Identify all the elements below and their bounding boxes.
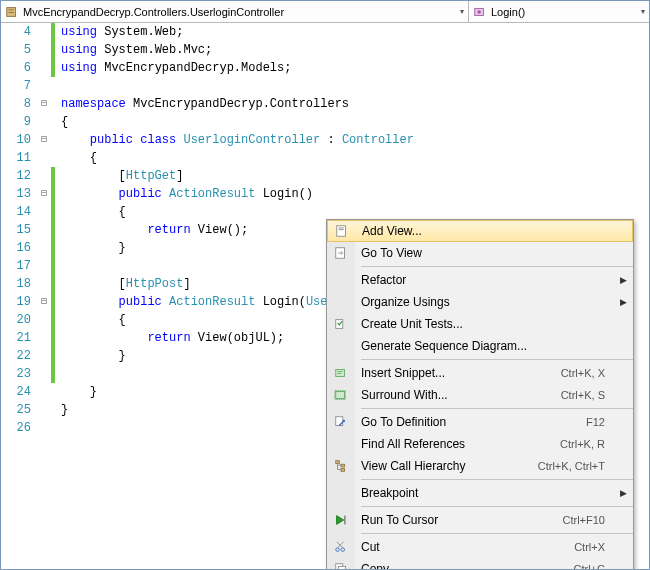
method-name: Login() bbox=[491, 6, 525, 18]
class-icon bbox=[5, 5, 19, 19]
line-number: 11 bbox=[1, 149, 31, 167]
fold-toggle[interactable]: ⊟ bbox=[37, 293, 51, 311]
menu-label: Refactor bbox=[361, 273, 613, 287]
line-number: 8 bbox=[1, 95, 31, 113]
context-menu: Add View...Go To ViewRefactor▶Organize U… bbox=[326, 219, 634, 570]
svg-rect-16 bbox=[336, 461, 340, 464]
menu-shortcut: Ctrl+K, S bbox=[561, 389, 613, 401]
fold-toggle bbox=[37, 59, 51, 77]
svg-rect-19 bbox=[345, 516, 346, 525]
unit-test-icon bbox=[327, 313, 355, 335]
fold-toggle bbox=[37, 311, 51, 329]
menu-label: Generate Sequence Diagram... bbox=[361, 339, 613, 353]
code-line[interactable]: public class UserloginController : Contr… bbox=[61, 131, 649, 149]
fold-column[interactable]: ⊟⊟⊟⊟ bbox=[37, 23, 51, 569]
fold-toggle[interactable]: ⊟ bbox=[37, 185, 51, 203]
menu-label: Surround With... bbox=[361, 388, 561, 402]
add-view-icon bbox=[328, 221, 356, 241]
menu-item-insert-snippet[interactable]: Insert Snippet...Ctrl+K, X bbox=[327, 362, 633, 384]
line-number: 4 bbox=[1, 23, 31, 41]
line-number: 14 bbox=[1, 203, 31, 221]
menu-label: View Call Hierarchy bbox=[361, 459, 538, 473]
navigation-bar: MvcEncrypandDecryp.Controllers.Userlogin… bbox=[1, 1, 649, 23]
code-line[interactable]: namespace MvcEncrypandDecryp.Controllers bbox=[61, 95, 649, 113]
menu-shortcut: Ctrl+F10 bbox=[563, 514, 614, 526]
line-number: 20 bbox=[1, 311, 31, 329]
line-number: 5 bbox=[1, 41, 31, 59]
fold-toggle bbox=[37, 23, 51, 41]
svg-rect-12 bbox=[338, 373, 342, 374]
menu-item-add-view[interactable]: Add View... bbox=[327, 220, 633, 242]
menu-item-generate-sequence-diagram[interactable]: Generate Sequence Diagram... bbox=[327, 335, 633, 357]
code-line[interactable]: using MvcEncrypandDecryp.Models; bbox=[61, 59, 649, 77]
menu-label: Create Unit Tests... bbox=[361, 317, 613, 331]
line-number: 19 bbox=[1, 293, 31, 311]
goto-def-icon bbox=[327, 411, 355, 433]
method-dropdown[interactable]: Login() ▾ bbox=[469, 1, 649, 22]
svg-rect-13 bbox=[336, 392, 345, 399]
fold-toggle[interactable]: ⊟ bbox=[37, 95, 51, 113]
dropdown-arrow-icon: ▾ bbox=[460, 7, 464, 16]
menu-icon-empty bbox=[327, 482, 355, 504]
menu-icon-empty bbox=[327, 269, 355, 291]
menu-item-refactor[interactable]: Refactor▶ bbox=[327, 269, 633, 291]
svg-rect-17 bbox=[341, 464, 345, 467]
line-number: 25 bbox=[1, 401, 31, 419]
submenu-arrow-icon: ▶ bbox=[620, 488, 627, 498]
menu-item-go-to-view[interactable]: Go To View bbox=[327, 242, 633, 264]
code-line[interactable]: [HttpGet] bbox=[61, 167, 649, 185]
fold-toggle bbox=[37, 203, 51, 221]
svg-rect-15 bbox=[336, 417, 343, 426]
code-line[interactable]: public ActionResult Login() bbox=[61, 185, 649, 203]
menu-shortcut: Ctrl+C bbox=[574, 563, 613, 570]
fold-toggle bbox=[37, 365, 51, 383]
fold-toggle bbox=[37, 41, 51, 59]
menu-shortcut: Ctrl+X bbox=[574, 541, 613, 553]
code-line[interactable]: using System.Web.Mvc; bbox=[61, 41, 649, 59]
menu-item-breakpoint[interactable]: Breakpoint▶ bbox=[327, 482, 633, 504]
class-dropdown[interactable]: MvcEncrypandDecryp.Controllers.Userlogin… bbox=[1, 1, 469, 22]
fold-toggle bbox=[37, 419, 51, 437]
svg-rect-5 bbox=[337, 226, 346, 237]
cut-icon bbox=[327, 536, 355, 558]
method-icon bbox=[473, 5, 487, 19]
menu-item-create-unit-tests[interactable]: Create Unit Tests... bbox=[327, 313, 633, 335]
line-number: 6 bbox=[1, 59, 31, 77]
menu-item-go-to-definition[interactable]: Go To DefinitionF12 bbox=[327, 411, 633, 433]
code-line[interactable] bbox=[61, 77, 649, 95]
copy-icon bbox=[327, 558, 355, 570]
menu-label: Go To Definition bbox=[361, 415, 586, 429]
fold-toggle[interactable]: ⊟ bbox=[37, 131, 51, 149]
menu-item-organize-usings[interactable]: Organize Usings▶ bbox=[327, 291, 633, 313]
menu-label: Insert Snippet... bbox=[361, 366, 561, 380]
menu-item-view-call-hierarchy[interactable]: View Call HierarchyCtrl+K, Ctrl+T bbox=[327, 455, 633, 477]
code-line[interactable]: { bbox=[61, 149, 649, 167]
menu-item-run-to-cursor[interactable]: Run To CursorCtrl+F10 bbox=[327, 509, 633, 531]
fold-toggle bbox=[37, 275, 51, 293]
menu-item-find-all-references[interactable]: Find All ReferencesCtrl+K, R bbox=[327, 433, 633, 455]
code-line[interactable]: using System.Web; bbox=[61, 23, 649, 41]
dropdown-arrow-icon: ▾ bbox=[641, 7, 645, 16]
fold-toggle bbox=[37, 329, 51, 347]
fold-toggle bbox=[37, 113, 51, 131]
menu-label: Find All References bbox=[361, 437, 560, 451]
line-number: 17 bbox=[1, 257, 31, 275]
line-number: 23 bbox=[1, 365, 31, 383]
fold-toggle bbox=[37, 149, 51, 167]
line-number: 15 bbox=[1, 221, 31, 239]
fold-toggle bbox=[37, 383, 51, 401]
menu-item-surround-with[interactable]: Surround With...Ctrl+K, S bbox=[327, 384, 633, 406]
menu-label: Run To Cursor bbox=[361, 513, 563, 527]
menu-icon-empty bbox=[327, 335, 355, 357]
call-hier-icon bbox=[327, 455, 355, 477]
code-line[interactable]: { bbox=[61, 113, 649, 131]
goto-view-icon bbox=[327, 242, 355, 264]
submenu-arrow-icon: ▶ bbox=[620, 275, 627, 285]
menu-shortcut: Ctrl+K, X bbox=[561, 367, 613, 379]
line-number: 16 bbox=[1, 239, 31, 257]
fold-toggle bbox=[37, 77, 51, 95]
line-number: 12 bbox=[1, 167, 31, 185]
menu-item-cut[interactable]: CutCtrl+X bbox=[327, 536, 633, 558]
svg-rect-2 bbox=[9, 12, 14, 13]
menu-item-copy[interactable]: CopyCtrl+C bbox=[327, 558, 633, 570]
